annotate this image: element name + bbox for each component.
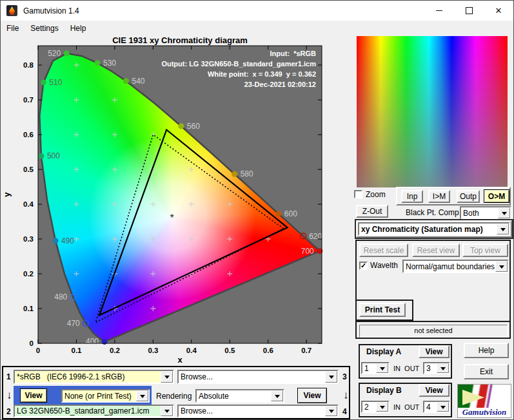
display-a-inout-label: IN OUT xyxy=(393,365,419,372)
reset-view-button[interactable]: Reset view xyxy=(412,243,460,257)
display-b-title: Display B xyxy=(366,386,402,395)
black-pt-comp-select[interactable]: Both xyxy=(460,206,511,220)
dropdown-arrow-icon[interactable] xyxy=(495,261,508,272)
minimize-button[interactable] xyxy=(424,1,454,21)
maximize-icon xyxy=(466,7,473,14)
print-test-button[interactable]: Print Test xyxy=(359,303,406,317)
o-to-m-button[interactable]: O>M xyxy=(484,189,509,203)
dropdown-arrow-icon[interactable] xyxy=(437,363,449,373)
display-b-inout-label: IN OUT xyxy=(393,403,419,411)
black-pt-comp-label: Black Pt. Comp. xyxy=(406,208,461,217)
display-b-view-button[interactable]: View xyxy=(419,384,450,397)
menu-help[interactable]: Help xyxy=(64,22,92,35)
annotation-white-point: White point: x = 0.349 y = 0.362 xyxy=(38,69,316,79)
dropdown-arrow-icon[interactable] xyxy=(498,207,510,218)
top-view-button[interactable]: Top view xyxy=(462,243,508,257)
dropdown-arrow-icon[interactable] xyxy=(161,371,173,383)
svg-text:0.2: 0.2 xyxy=(110,347,120,354)
browse-1-select[interactable]: Browse... xyxy=(177,370,339,384)
svg-text:x: x xyxy=(177,355,183,365)
slot-3-number: 3 xyxy=(342,372,347,381)
dropdown-arrow-icon[interactable] xyxy=(136,390,148,401)
reset-scale-button[interactable]: Reset scale xyxy=(359,243,408,257)
chart-title: CIE 1931 xy Chromaticity diagram xyxy=(38,35,322,45)
caption-buttons: ✕ xyxy=(424,1,513,21)
svg-text:0: 0 xyxy=(36,347,40,354)
svg-text:0: 0 xyxy=(30,339,34,347)
close-icon: ✕ xyxy=(495,6,502,15)
exit-button[interactable]: Exit xyxy=(464,364,509,379)
close-button[interactable]: ✕ xyxy=(484,1,513,21)
z-out-button[interactable]: Z-Out xyxy=(356,205,388,218)
chart-plot-area xyxy=(38,46,322,343)
view-mode-select[interactable]: xy Chromaticity (Saturation map) xyxy=(358,222,510,236)
svg-text:0.4: 0.4 xyxy=(186,347,197,354)
minimize-icon xyxy=(436,10,442,11)
svg-text:0.7: 0.7 xyxy=(301,347,311,354)
flow-arrow-right-icon: ↓ xyxy=(343,389,349,402)
dropdown-arrow-icon[interactable] xyxy=(376,402,388,412)
i-to-m-button[interactable]: I>M xyxy=(428,190,450,203)
input-profile-select[interactable]: *sRGB (IEC6 1996-2.1 sRGB) xyxy=(14,370,174,384)
status-divider xyxy=(355,321,511,322)
dropdown-arrow-icon[interactable] xyxy=(437,402,449,412)
menu-bar: File Settings Help xyxy=(1,21,513,35)
svg-text:0.5: 0.5 xyxy=(224,347,235,354)
dropdown-arrow-icon[interactable] xyxy=(271,390,283,401)
annotation-timestamp: 23-Dec-2021 02:00:12 xyxy=(38,79,316,90)
svg-text:0.3: 0.3 xyxy=(148,347,158,354)
display-b-in-select[interactable]: 2 xyxy=(361,401,390,413)
zoom-checkbox[interactable] xyxy=(354,190,362,198)
svg-text:0.1: 0.1 xyxy=(72,347,83,354)
slot-4-number: 4 xyxy=(342,407,347,416)
inp-button[interactable]: Inp xyxy=(401,190,423,203)
rendering-intent-select[interactable]: Absolute xyxy=(195,389,284,403)
svg-text:0.5: 0.5 xyxy=(23,166,34,173)
dropdown-arrow-icon[interactable] xyxy=(497,224,509,234)
svg-text:0.1: 0.1 xyxy=(23,305,34,312)
flow-arrow-left-icon: ↓ xyxy=(6,389,12,402)
saturation-map-preview xyxy=(357,36,508,187)
svg-text:0.4: 0.4 xyxy=(23,200,34,208)
app-icon xyxy=(6,5,17,16)
slot-1-number: 1 xyxy=(6,372,11,381)
app-window: Gamutvision 1.4 ✕ File Settings Help CIE… xyxy=(0,0,514,420)
annotation-input: Input: *sRGB xyxy=(38,48,316,59)
svg-text:0.6: 0.6 xyxy=(23,131,34,138)
zoom-checkbox-label: Zoom xyxy=(366,190,386,199)
chromaticity-figure: CIE 1931 xy Chromaticity diagram 4004704… xyxy=(1,35,352,365)
display-a-out-select[interactable]: 3 xyxy=(423,362,450,374)
output-profile-select[interactable]: LG 32GN650-B_standard_gamer1.icm xyxy=(14,405,174,417)
view-a-button[interactable]: View xyxy=(20,388,47,403)
display-a-view-button[interactable]: View xyxy=(419,345,450,358)
status-field: not selected xyxy=(359,325,508,338)
menu-settings[interactable]: Settings xyxy=(25,22,64,35)
print-simulation-select[interactable]: None (or Print Test) xyxy=(61,389,150,403)
display-a-in-select[interactable]: 1 xyxy=(361,362,390,374)
dropdown-arrow-icon[interactable] xyxy=(376,363,388,373)
outp-button[interactable]: Outp xyxy=(457,190,480,203)
svg-text:0.7: 0.7 xyxy=(23,96,34,104)
help-button[interactable]: Help xyxy=(464,343,509,358)
view-b-button[interactable]: View xyxy=(297,388,327,403)
svg-text:y: y xyxy=(2,192,12,197)
dropdown-arrow-icon[interactable] xyxy=(325,371,337,383)
display-a-title: Display A xyxy=(366,347,401,356)
maximize-button[interactable] xyxy=(454,1,484,21)
logo-triangle-icon xyxy=(462,390,484,405)
wavelth-checkbox[interactable]: ✓ xyxy=(359,262,368,270)
view-mode-frame: xy Chromaticity (Saturation map) xyxy=(356,220,512,238)
browse-2-select[interactable]: Browse... xyxy=(177,405,339,417)
dropdown-arrow-icon[interactable] xyxy=(325,406,337,416)
svg-text:0.2: 0.2 xyxy=(23,270,34,278)
svg-text:0.6: 0.6 xyxy=(263,347,273,354)
display-b-out-select[interactable]: 4 xyxy=(423,401,450,413)
slot-2-number: 2 xyxy=(6,407,11,416)
profile-panel: 1 *sRGB (IEC6 1996-2.1 sRGB) Browse... 3… xyxy=(2,366,350,419)
boundaries-select[interactable]: Normal/gamut boundaries xyxy=(402,260,509,273)
svg-text:0.3: 0.3 xyxy=(23,235,34,243)
dropdown-arrow-icon[interactable] xyxy=(161,406,173,416)
chart-annotations: Input: *sRGB Output: LG 32GN650-B_standa… xyxy=(38,48,316,90)
menu-file[interactable]: File xyxy=(1,22,25,35)
gamutvision-logo: Gamutvision xyxy=(457,384,511,418)
